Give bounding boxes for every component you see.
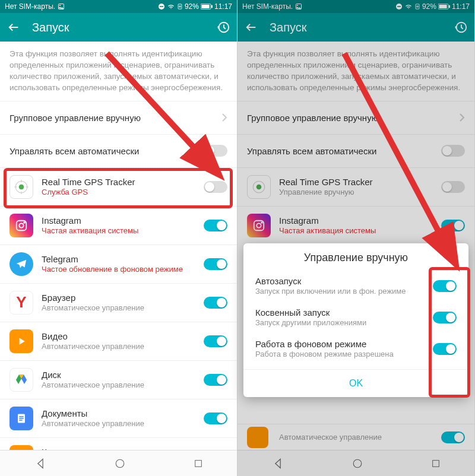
app-row[interactable]: InstagramЧастая активация системы xyxy=(0,206,237,245)
image-icon xyxy=(58,3,65,10)
wifi-icon xyxy=(167,3,175,10)
background-toggle[interactable] xyxy=(433,343,457,355)
video-icon xyxy=(10,329,33,353)
dnd-icon xyxy=(158,3,165,10)
svg-point-16 xyxy=(19,223,23,227)
yandex-browser-icon: Y xyxy=(10,291,33,315)
nav-recent-icon[interactable] xyxy=(194,459,203,468)
calculator-icon xyxy=(10,445,33,450)
chevron-right-icon xyxy=(221,113,227,122)
secondary-launch-toggle[interactable] xyxy=(433,312,457,323)
history-icon[interactable] xyxy=(217,21,230,34)
group-management-row[interactable]: Групповое управление вручную xyxy=(0,101,237,134)
status-bar: Нет SIM-карты. 92% 11:17 xyxy=(0,0,237,13)
nav-back-icon[interactable] xyxy=(34,458,46,469)
dialog-option-secondary[interactable]: Косвенный запускЗапуск другими приложени… xyxy=(243,302,468,333)
google-drive-icon xyxy=(10,368,33,392)
svg-point-17 xyxy=(24,222,25,223)
manage-all-auto-row[interactable]: Управлять всем автоматически xyxy=(0,134,237,167)
instagram-icon xyxy=(10,214,33,237)
dialog-ok-button[interactable]: OK xyxy=(243,369,468,397)
back-icon[interactable] xyxy=(7,21,20,34)
nav-bar xyxy=(0,450,237,476)
battery-percent: 92% xyxy=(185,2,199,11)
app-row[interactable]: Y БраузерАвтоматическое управление xyxy=(0,283,237,322)
svg-rect-27 xyxy=(195,460,201,467)
nav-home-icon[interactable] xyxy=(115,458,125,469)
left-screenshot: Нет SIM-карты. 92% 11:17 Запуск Эта функ… xyxy=(0,0,238,476)
app-row[interactable]: Real Time GPS TrackerСлужба GPS xyxy=(0,167,237,206)
svg-rect-20 xyxy=(19,418,24,419)
app-row[interactable]: КалькуляторАвтоматическое управление xyxy=(0,437,237,450)
dialog-title: Управление вручную xyxy=(243,252,468,270)
sim-status: Нет SIM-карты. xyxy=(5,2,55,11)
page-title: Запуск xyxy=(32,21,205,34)
feature-description: Эта функция позволяет выполнять идентифи… xyxy=(0,42,237,101)
dialog-option-background[interactable]: Работа в фоновом режимеРабота в фоновом … xyxy=(243,333,468,364)
app-toggle[interactable] xyxy=(204,258,227,270)
dialog-backdrop[interactable] xyxy=(238,0,474,476)
manual-management-dialog: Управление вручную АвтозапускЗапуск при … xyxy=(243,243,468,397)
google-docs-icon xyxy=(10,407,33,430)
svg-rect-19 xyxy=(19,416,24,417)
app-toggle[interactable] xyxy=(204,297,227,309)
app-row[interactable]: ДискАвтоматическое управление xyxy=(0,360,237,399)
svg-point-10 xyxy=(19,184,24,189)
manage-all-toggle[interactable] xyxy=(204,145,227,157)
app-toggle[interactable] xyxy=(204,220,227,231)
app-bar: Запуск xyxy=(0,13,237,42)
app-toggle[interactable] xyxy=(204,374,227,386)
battery-icon xyxy=(201,4,213,9)
gps-tracker-icon xyxy=(10,175,33,199)
svg-rect-21 xyxy=(19,420,22,421)
app-row[interactable]: TelegramЧастое обновление в фоновом режи… xyxy=(0,245,237,283)
app-row[interactable]: ВидеоАвтоматическое управление xyxy=(0,322,237,360)
app-row[interactable]: ДокументыАвтоматическое управление xyxy=(0,399,237,437)
battery-saver-icon xyxy=(177,3,183,10)
right-screenshot: Нет SIM-карты. 92% 11:17 Запуск Эта функ… xyxy=(238,0,475,476)
app-toggle[interactable] xyxy=(204,335,227,347)
app-toggle[interactable] xyxy=(204,412,227,424)
svg-rect-7 xyxy=(211,5,213,8)
svg-rect-3 xyxy=(160,6,163,7)
svg-rect-6 xyxy=(202,5,210,8)
svg-point-1 xyxy=(59,5,61,6)
telegram-icon xyxy=(10,252,33,276)
clock: 11:17 xyxy=(214,2,232,11)
app-toggle[interactable] xyxy=(204,181,227,193)
autostart-toggle[interactable] xyxy=(433,280,457,292)
dialog-option-autostart[interactable]: АвтозапускЗапуск при включении или в фон… xyxy=(243,270,468,302)
svg-point-26 xyxy=(116,459,124,468)
